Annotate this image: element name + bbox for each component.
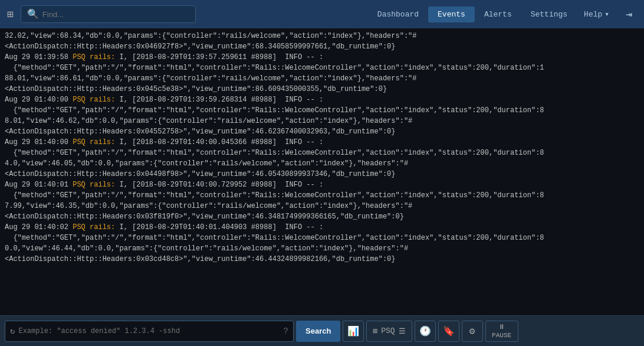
log-search-input[interactable] xyxy=(18,327,280,335)
nav-events[interactable]: Events xyxy=(428,6,475,22)
bookmark-button[interactable]: 🔖 xyxy=(438,321,459,342)
log-timestamp: Aug 29 01:40:02 xyxy=(5,223,73,231)
grid-view-icon: ⊞ xyxy=(373,327,377,336)
log-text: I, [2018-08-29T01:40:00.045366 #8988] IN… xyxy=(115,138,323,146)
clock-button[interactable]: 🕐 xyxy=(415,321,436,342)
log-timestamp: Aug 29 01:39:58 xyxy=(5,53,73,61)
log-line: {"method":"GET","path":"/","format":"htm… xyxy=(5,63,639,73)
help-dropdown-icon: ▾ xyxy=(604,9,609,19)
search-input[interactable] xyxy=(42,10,190,19)
log-line: {"method":"GET","path":"/","format":"htm… xyxy=(5,190,639,201)
log-display: 32.02,"view":68.34,"db":0.0,"params":{"c… xyxy=(0,28,644,315)
log-line: 8.01,"view":46.62,"db":0.0,"params":{"co… xyxy=(5,116,639,126)
search-button[interactable]: Search xyxy=(296,321,340,342)
log-line: Aug 29 01:40:00 PSQ rails: I, [2018-08-2… xyxy=(5,94,639,105)
global-search[interactable]: 🔍 xyxy=(21,5,196,23)
help-icon[interactable]: ? xyxy=(284,327,288,336)
psq-button[interactable]: ⊞ PSQ ☰ xyxy=(366,321,412,342)
log-line: <ActionDispatch::Http::Headers:0x0455275… xyxy=(5,126,639,137)
grid-icon[interactable]: ⊞ xyxy=(7,8,14,21)
log-line: Aug 29 01:40:00 PSQ rails: I, [2018-08-2… xyxy=(5,137,639,148)
log-timestamp: Aug 29 01:40:00 xyxy=(5,138,73,146)
log-line: <ActionDispatch::Http::Headers:0x03cd48c… xyxy=(5,254,639,265)
log-line: Aug 29 01:40:02 PSQ rails: I, [2018-08-2… xyxy=(5,222,639,233)
log-search-input-wrapper[interactable]: ↻ ? xyxy=(5,321,294,342)
pause-button[interactable]: ⏸ PAUSE xyxy=(485,321,518,342)
pause-icon: ⏸ xyxy=(498,323,505,331)
log-timestamp: Aug 29 01:40:00 xyxy=(5,96,73,104)
search-icon: 🔍 xyxy=(27,8,39,20)
log-text: I, [2018-08-29T01:39:59.268314 #8988] IN… xyxy=(115,96,323,104)
log-line: {"method":"GET","path":"/","format":"htm… xyxy=(5,233,639,243)
bookmark-icon: 🔖 xyxy=(443,325,455,337)
log-text: I, [2018-08-29T01:40:01.404903 #8988] IN… xyxy=(115,223,323,231)
log-line: {"method":"GET","path":"/","format":"htm… xyxy=(5,148,639,158)
logout-icon[interactable]: ⇥ xyxy=(621,4,637,24)
log-line: 32.02,"view":68.34,"db":0.0,"params":{"c… xyxy=(5,31,639,41)
nav-dashboard[interactable]: Dashboard xyxy=(368,6,428,22)
nav-links: Dashboard Events Alerts Settings Help ▾ xyxy=(368,6,616,22)
log-line: 0.0,"view":46.44,"db":0.0,"params":{"con… xyxy=(5,243,639,254)
nav-help[interactable]: Help ▾ xyxy=(577,6,616,22)
log-line: {"method":"GET","path":"/","format":"htm… xyxy=(5,105,639,116)
log-timestamp: Aug 29 01:40:01 xyxy=(5,181,73,189)
log-line: Aug 29 01:40:01 PSQ rails: I, [2018-08-2… xyxy=(5,179,639,190)
chart-icon: 📊 xyxy=(347,325,359,337)
log-text: I, [2018-08-29T01:40:00.729952 #8988] IN… xyxy=(115,181,323,189)
nav-alerts[interactable]: Alerts xyxy=(475,6,521,22)
log-line: <ActionDispatch::Http::Headers:0x045c5e3… xyxy=(5,84,639,94)
log-line: Aug 29 01:39:58 PSQ rails: I, [2018-08-2… xyxy=(5,52,639,63)
log-line: 88.01,"view":86.61,"db":0.0,"params":{"c… xyxy=(5,73,639,84)
bottom-toolbar: ↻ ? Search 📊 ⊞ PSQ ☰ 🕐 🔖 ⚙ ⏸ PAUSE xyxy=(0,315,644,346)
log-source: PSQ rails: xyxy=(73,223,115,231)
gear-button[interactable]: ⚙ xyxy=(462,321,483,342)
log-line: 7.99,"view":46.35,"db":0.0,"params":{"co… xyxy=(5,201,639,211)
menu-icon: ☰ xyxy=(399,327,406,336)
top-navigation: ⊞ 🔍 Dashboard Events Alerts Settings Hel… xyxy=(0,0,644,28)
loading-icon: ↻ xyxy=(10,326,15,336)
log-source: PSQ rails: xyxy=(73,96,115,104)
gear-icon: ⚙ xyxy=(469,325,475,337)
log-source: PSQ rails: xyxy=(73,181,115,189)
chart-icon-button[interactable]: 📊 xyxy=(343,321,364,342)
clock-icon: 🕐 xyxy=(419,325,431,337)
log-line: <ActionDispatch::Http::Headers:0x04498f9… xyxy=(5,169,639,179)
log-line: <ActionDispatch::Http::Headers:0x03f819f… xyxy=(5,211,639,222)
log-line: <ActionDispatch::Http::Headers:0x046927f… xyxy=(5,41,639,52)
log-source: PSQ rails: xyxy=(73,53,115,61)
nav-settings[interactable]: Settings xyxy=(521,6,577,22)
log-source: PSQ rails: xyxy=(73,138,115,146)
log-text: I, [2018-08-29T01:39:57.259611 #8988] IN… xyxy=(115,53,323,61)
log-line: 4.0,"view":46.05,"db":0.0,"params":{"con… xyxy=(5,158,639,169)
